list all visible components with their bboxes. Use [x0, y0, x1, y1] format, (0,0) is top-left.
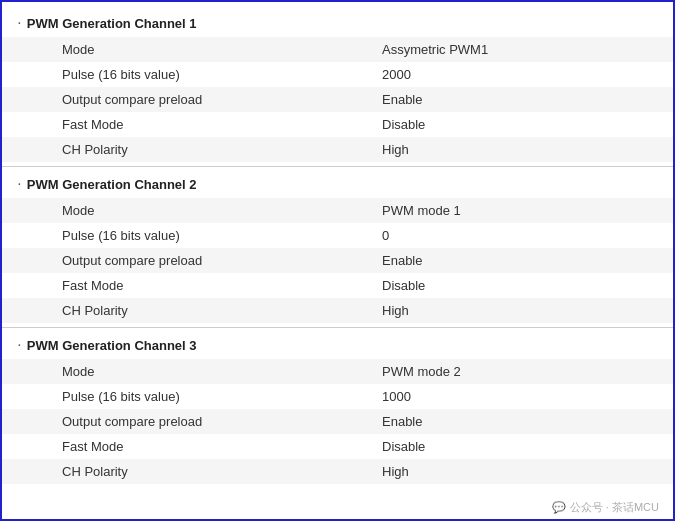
channel-title-1: PWM Generation Channel 1	[27, 16, 197, 31]
property-row-c2-p5: CH PolarityHigh	[2, 298, 673, 323]
property-label-c2-p3: Output compare preload	[62, 253, 382, 268]
property-label-c1-p1: Mode	[62, 42, 382, 57]
channel-bullet-3: ·	[18, 340, 21, 351]
property-row-c3-p3: Output compare preloadEnable	[2, 409, 673, 434]
property-label-c1-p4: Fast Mode	[62, 117, 382, 132]
property-value-c2-p4: Disable	[382, 278, 425, 293]
channel-bullet-2: ·	[18, 179, 21, 190]
watermark-icon: 💬	[552, 501, 566, 514]
property-row-c2-p4: Fast ModeDisable	[2, 273, 673, 298]
divider-2	[2, 327, 673, 328]
property-value-c3-p3: Enable	[382, 414, 422, 429]
property-row-c2-p3: Output compare preloadEnable	[2, 248, 673, 273]
property-value-c1-p1: Assymetric PWM1	[382, 42, 488, 57]
property-value-c1-p4: Disable	[382, 117, 425, 132]
watermark: 💬 公众号 · 茶话MCU	[552, 500, 659, 515]
channel-section-3: ·PWM Generation Channel 3ModePWM mode 2P…	[2, 332, 673, 484]
property-row-c1-p1: ModeAssymetric PWM1	[2, 37, 673, 62]
property-value-c2-p2: 0	[382, 228, 389, 243]
property-value-c1-p2: 2000	[382, 67, 411, 82]
property-value-c3-p4: Disable	[382, 439, 425, 454]
property-row-c1-p2: Pulse (16 bits value)2000	[2, 62, 673, 87]
property-value-c3-p1: PWM mode 2	[382, 364, 461, 379]
property-row-c2-p1: ModePWM mode 1	[2, 198, 673, 223]
channel-header-1: ·PWM Generation Channel 1	[2, 10, 673, 37]
property-row-c3-p4: Fast ModeDisable	[2, 434, 673, 459]
property-row-c1-p5: CH PolarityHigh	[2, 137, 673, 162]
property-label-c2-p4: Fast Mode	[62, 278, 382, 293]
channel-header-3: ·PWM Generation Channel 3	[2, 332, 673, 359]
property-value-c1-p5: High	[382, 142, 409, 157]
property-label-c1-p5: CH Polarity	[62, 142, 382, 157]
property-label-c1-p3: Output compare preload	[62, 92, 382, 107]
channel-header-2: ·PWM Generation Channel 2	[2, 171, 673, 198]
property-row-c3-p2: Pulse (16 bits value)1000	[2, 384, 673, 409]
property-value-c3-p5: High	[382, 464, 409, 479]
channel-section-2: ·PWM Generation Channel 2ModePWM mode 1P…	[2, 171, 673, 323]
property-row-c1-p3: Output compare preloadEnable	[2, 87, 673, 112]
property-label-c3-p2: Pulse (16 bits value)	[62, 389, 382, 404]
property-value-c1-p3: Enable	[382, 92, 422, 107]
property-label-c3-p4: Fast Mode	[62, 439, 382, 454]
property-value-c2-p1: PWM mode 1	[382, 203, 461, 218]
channel-title-3: PWM Generation Channel 3	[27, 338, 197, 353]
property-value-c2-p5: High	[382, 303, 409, 318]
property-label-c3-p1: Mode	[62, 364, 382, 379]
main-container: ·PWM Generation Channel 1ModeAssymetric …	[2, 2, 673, 496]
property-label-c2-p2: Pulse (16 bits value)	[62, 228, 382, 243]
property-label-c3-p5: CH Polarity	[62, 464, 382, 479]
property-label-c2-p1: Mode	[62, 203, 382, 218]
property-value-c3-p2: 1000	[382, 389, 411, 404]
channel-title-2: PWM Generation Channel 2	[27, 177, 197, 192]
channel-bullet-1: ·	[18, 18, 21, 29]
property-row-c3-p1: ModePWM mode 2	[2, 359, 673, 384]
property-row-c3-p5: CH PolarityHigh	[2, 459, 673, 484]
property-label-c2-p5: CH Polarity	[62, 303, 382, 318]
channel-section-1: ·PWM Generation Channel 1ModeAssymetric …	[2, 10, 673, 162]
property-label-c3-p3: Output compare preload	[62, 414, 382, 429]
property-label-c1-p2: Pulse (16 bits value)	[62, 67, 382, 82]
watermark-text: 公众号 · 茶话MCU	[570, 500, 659, 515]
property-row-c2-p2: Pulse (16 bits value)0	[2, 223, 673, 248]
property-row-c1-p4: Fast ModeDisable	[2, 112, 673, 137]
property-value-c2-p3: Enable	[382, 253, 422, 268]
divider-1	[2, 166, 673, 167]
